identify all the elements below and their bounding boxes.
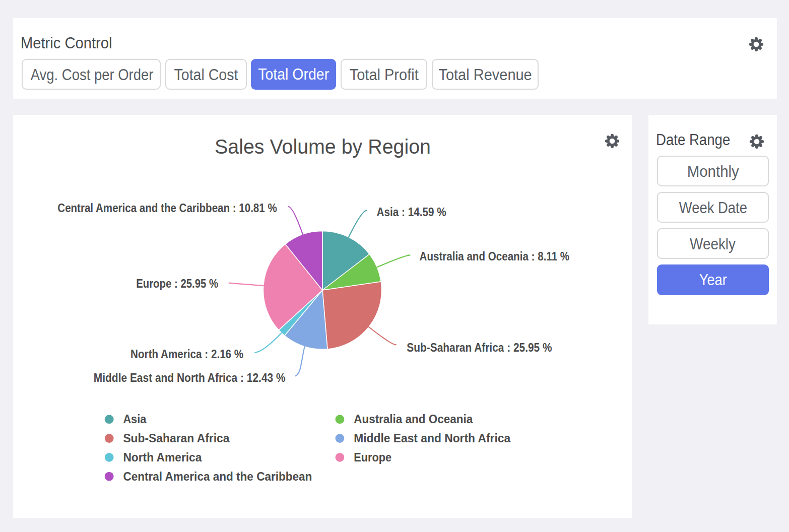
svg-text:Europe: Europe [354, 451, 391, 464]
svg-text:Central America and the Caribb: Central America and the Caribbean [123, 470, 312, 483]
svg-text:Europe : 25.95 %: Europe : 25.95 % [136, 277, 218, 290]
svg-text:Sales Volume by Region: Sales Volume by Region [215, 135, 431, 158]
svg-text:Middle East and North Africa :: Middle East and North Africa : 12.43 % [94, 371, 286, 384]
svg-text:North America: North America [123, 451, 202, 464]
svg-text:Asia : 14.59 %: Asia : 14.59 % [377, 206, 446, 219]
svg-text:North America : 2.16 %: North America : 2.16 % [130, 348, 243, 361]
svg-text:Sub-Saharan Africa: Sub-Saharan Africa [123, 432, 229, 445]
svg-text:Australia and Oceania : 8.11 %: Australia and Oceania : 8.11 % [420, 250, 570, 263]
svg-text:Middle East and North Africa: Middle East and North Africa [354, 432, 510, 445]
svg-text:Australia and Oceania: Australia and Oceania [354, 413, 473, 426]
svg-text:Sub-Saharan Africa : 25.95 %: Sub-Saharan Africa : 25.95 % [407, 341, 552, 354]
svg-text:Asia: Asia [123, 413, 146, 426]
svg-text:Central America and the Caribb: Central America and the Caribbean : 10.8… [57, 202, 277, 215]
